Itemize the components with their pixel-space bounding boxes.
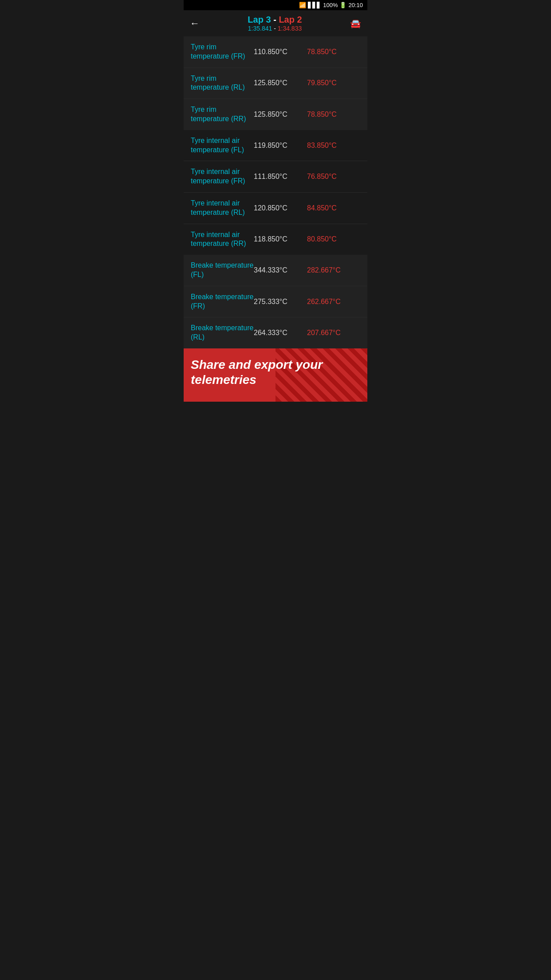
section-0: Tyre rim temperature (FR)110.850°C78.850… <box>184 36 367 130</box>
table-row: Tyre rim temperature (FR)110.850°C78.850… <box>184 36 367 68</box>
row-val-lap3: 120.850°C <box>254 204 307 212</box>
lap-times: 1:35.841 - 1:34.833 <box>248 25 302 32</box>
time-lap3: 1:35.841 <box>248 25 272 32</box>
table-row: Breake temperature (FL)344.333°C282.667°… <box>184 255 367 286</box>
row-label: Breake temperature (FL) <box>191 261 254 280</box>
section-2: Breake temperature (FL)344.333°C282.667°… <box>184 255 367 348</box>
status-bar: 📶 ▋▋▋ 100% 🔋 20:10 <box>184 0 367 10</box>
row-label: Tyre internal air temperature (FL) <box>191 136 254 155</box>
wifi-icon: 📶 <box>299 2 306 8</box>
table-row: Tyre internal air temperature (FR)111.85… <box>184 161 367 193</box>
banner-text: Share and export your telemetries <box>191 357 360 387</box>
table-row: Tyre internal air temperature (RL)120.85… <box>184 193 367 224</box>
data-sections: Tyre rim temperature (FR)110.850°C78.850… <box>184 36 367 348</box>
lap2-label: Lap 2 <box>279 15 302 24</box>
title-dash: - <box>273 15 279 24</box>
row-val-lap2: 78.850°C <box>307 48 360 56</box>
lap-comparison-title: Lap 3 - Lap 2 <box>248 15 302 25</box>
signal-icon: ▋▋▋ <box>308 2 321 8</box>
row-label: Tyre rim temperature (FR) <box>191 43 254 61</box>
row-label: Tyre internal air temperature (RR) <box>191 230 254 249</box>
banner-line2: telemetries <box>191 372 360 387</box>
table-row: Breake temperature (FR)275.333°C262.667°… <box>184 286 367 318</box>
header-title: Lap 3 - Lap 2 1:35.841 - 1:34.833 <box>248 15 302 32</box>
row-label: Tyre internal air temperature (FR) <box>191 167 254 186</box>
row-val-lap2: 78.850°C <box>307 111 360 119</box>
row-val-lap3: 125.850°C <box>254 79 307 87</box>
battery-icon: 🔋 <box>339 2 346 8</box>
table-row: Breake temperature (RL)264.333°C207.667°… <box>184 317 367 348</box>
section-1: Tyre internal air temperature (FL)119.85… <box>184 130 367 255</box>
row-val-lap3: 344.333°C <box>254 266 307 274</box>
row-val-lap3: 111.850°C <box>254 173 307 181</box>
row-val-lap2: 76.850°C <box>307 173 360 181</box>
table-row: Tyre rim temperature (RL)125.850°C79.850… <box>184 68 367 99</box>
table-row: Tyre internal air temperature (RR)118.85… <box>184 224 367 255</box>
row-val-lap2: 262.667°C <box>307 298 360 306</box>
table-row: Tyre rim temperature (RR)125.850°C78.850… <box>184 99 367 130</box>
header: ← Lap 3 - Lap 2 1:35.841 - 1:34.833 🚘 <box>184 10 367 36</box>
row-val-lap3: 264.333°C <box>254 329 307 337</box>
time-dash: - <box>274 25 278 32</box>
row-val-lap2: 282.667°C <box>307 266 360 274</box>
compare-icon[interactable]: 🚘 <box>350 18 361 29</box>
back-button[interactable]: ← <box>190 18 200 29</box>
row-label: Tyre internal air temperature (RL) <box>191 199 254 217</box>
table-row: Tyre internal air temperature (FL)119.85… <box>184 130 367 162</box>
time-lap2: 1:34.833 <box>278 25 302 32</box>
row-val-lap2: 80.850°C <box>307 235 360 243</box>
promo-banner: Share and export your telemetries <box>184 348 367 402</box>
row-label: Tyre rim temperature (RR) <box>191 105 254 124</box>
lap3-label: Lap 3 <box>248 15 271 24</box>
row-label: Breake temperature (RL) <box>191 324 254 342</box>
row-val-lap3: 275.333°C <box>254 298 307 306</box>
row-val-lap2: 79.850°C <box>307 79 360 87</box>
banner-line1: Share and export your <box>191 357 360 372</box>
battery-label: 100% <box>323 2 338 8</box>
row-val-lap3: 118.850°C <box>254 235 307 243</box>
row-val-lap3: 119.850°C <box>254 142 307 150</box>
time-display: 20:10 <box>348 2 363 8</box>
status-icons: 📶 ▋▋▋ 100% 🔋 20:10 <box>299 2 363 8</box>
row-val-lap3: 125.850°C <box>254 111 307 119</box>
row-val-lap2: 207.667°C <box>307 329 360 337</box>
row-label: Breake temperature (FR) <box>191 292 254 311</box>
row-val-lap2: 83.850°C <box>307 142 360 150</box>
row-label: Tyre rim temperature (RL) <box>191 74 254 93</box>
row-val-lap2: 84.850°C <box>307 204 360 212</box>
row-val-lap3: 110.850°C <box>254 48 307 56</box>
